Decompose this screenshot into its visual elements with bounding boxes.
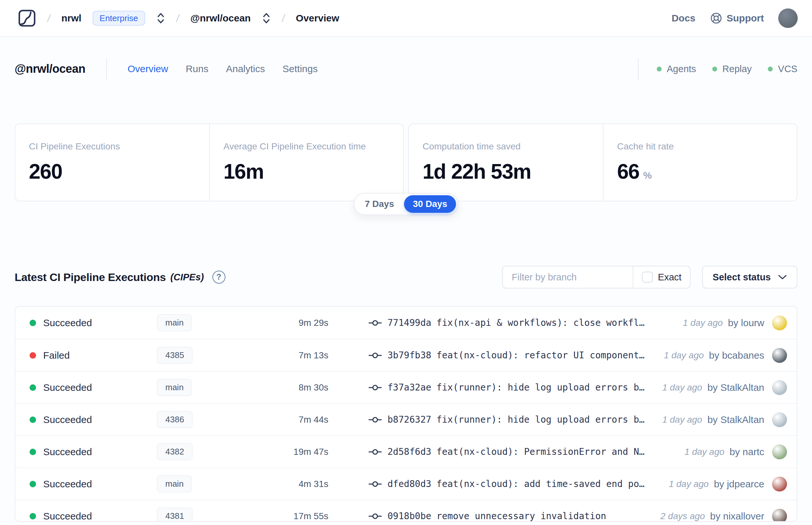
time-ago-label: 1 day ago: [683, 318, 723, 328]
help-icon[interactable]: ?: [212, 271, 226, 284]
status-label: Succeeded: [43, 317, 92, 328]
time-ago-label: 2 days ago: [660, 511, 705, 522]
stat-value: 16m: [224, 160, 264, 183]
green-dot-icon: [768, 66, 773, 72]
commit-subject: fix(runner): hide log upload errors b…: [436, 414, 645, 425]
commit-message[interactable]: b8726327fix(runner): hide log upload err…: [387, 414, 644, 425]
author-label: by jdpearce: [714, 479, 764, 490]
commit-message[interactable]: 2d58f6d3feat(nx-cloud): PermissionError …: [387, 446, 644, 457]
branch-chip[interactable]: 4386: [157, 411, 193, 428]
author-avatar[interactable]: [772, 509, 787, 522]
status-dot: [30, 449, 36, 455]
exact-filter: Exact: [633, 266, 690, 288]
enterprise-badge: Enterprise: [93, 11, 145, 26]
status-replay[interactable]: Replay: [712, 64, 752, 74]
status-agents[interactable]: Agents: [657, 64, 696, 74]
cipe-row[interactable]: Succeeded 4386 7m 44s b8726327fix(runner…: [15, 403, 797, 435]
commit-message[interactable]: f37a32aefix(runner): hide log upload err…: [387, 382, 644, 393]
cipe-row[interactable]: Succeeded main 4m 31s dfed80d3feat(nx-cl…: [15, 467, 797, 500]
stat-label: Computation time saved: [423, 141, 603, 152]
git-commit-icon: [369, 384, 382, 392]
branch-chip[interactable]: 4381: [157, 508, 193, 522]
duration-label: 4m 31s: [241, 479, 328, 489]
branch-filter-group: Exact: [502, 266, 691, 288]
branch-chip[interactable]: 4382: [157, 443, 193, 460]
status-dot: [30, 352, 36, 359]
time-ago-label: 1 day ago: [684, 447, 724, 457]
git-commit-icon: [369, 416, 382, 424]
nx-cloud-logo-icon[interactable]: [17, 9, 36, 28]
cipe-table: Succeeded main 9m 29s 771499dafix(nx-api…: [15, 306, 797, 522]
tab-analytics[interactable]: Analytics: [226, 63, 265, 74]
docs-link[interactable]: Docs: [672, 13, 695, 24]
commit-message[interactable]: dfed80d3feat(nx-cloud): add time-saved e…: [387, 479, 644, 489]
tab-settings[interactable]: Settings: [282, 63, 318, 74]
org-switcher-chevron-icon[interactable]: [156, 11, 165, 25]
commit-message[interactable]: 0918b0beremove unnecessary invalidation: [387, 511, 606, 522]
author-avatar[interactable]: [772, 445, 787, 460]
author-avatar[interactable]: [772, 412, 787, 427]
git-commit-icon: [369, 480, 382, 488]
commit-message[interactable]: 771499dafix(nx-api & workflows): close w…: [387, 317, 644, 328]
duration-label: 8m 30s: [241, 382, 328, 393]
author-label: by StalkAltan: [707, 382, 764, 393]
git-commit-icon: [369, 512, 382, 521]
support-link[interactable]: Support: [710, 12, 764, 25]
author-avatar[interactable]: [772, 348, 787, 363]
author-avatar[interactable]: [772, 315, 787, 330]
status-dot: [30, 320, 36, 326]
branch-chip[interactable]: 4385: [157, 347, 193, 364]
user-avatar[interactable]: [778, 9, 798, 28]
status-label: Succeeded: [43, 511, 92, 522]
range-option-7-days[interactable]: 7 Days: [356, 195, 403, 213]
tab-overview[interactable]: Overview: [128, 63, 168, 74]
branch-filter-input[interactable]: [503, 266, 633, 288]
range-option-30-days[interactable]: 30 Days: [404, 195, 456, 213]
cipes-title-suffix: (CIPEs): [170, 272, 204, 283]
cipe-row[interactable]: Succeeded main 8m 30s f37a32aefix(runner…: [15, 371, 797, 403]
breadcrumb-workspace[interactable]: @nrwl/ocean: [190, 13, 251, 24]
exact-checkbox[interactable]: [642, 272, 653, 283]
cipe-row[interactable]: Succeeded 4382 19m 47s 2d58f6d3feat(nx-c…: [15, 435, 797, 467]
author-avatar[interactable]: [772, 477, 787, 492]
time-ago-label: 1 day ago: [662, 415, 702, 425]
breadcrumb-org[interactable]: nrwl: [61, 13, 81, 24]
git-commit-icon: [369, 319, 382, 327]
git-commit-icon: [369, 448, 382, 456]
commit-message[interactable]: 3b79fb38feat(nx-cloud): refactor UI comp…: [387, 350, 644, 361]
commit-hash: b8726327: [387, 414, 431, 425]
commit-hash: dfed80d3: [387, 479, 431, 489]
top-navbar: / nrwl Enterprise / @nrwl/ocean / Overvi…: [0, 0, 812, 37]
status-dot: [30, 417, 36, 423]
time-ago-label: 1 day ago: [664, 350, 704, 361]
tab-runs[interactable]: Runs: [186, 63, 209, 74]
commit-hash: 2d58f6d3: [387, 446, 431, 457]
stats-section: CI Pipeline Executions 260 Average CI Pi…: [15, 123, 797, 201]
commit-subject: feat(nx-cloud): add time-saved end po…: [436, 479, 645, 489]
commit-hash: 0918b0be: [387, 511, 431, 522]
git-commit-icon: [369, 351, 382, 360]
branch-chip[interactable]: main: [157, 379, 192, 396]
status-select-dropdown[interactable]: Select status: [702, 266, 797, 288]
status-vcs[interactable]: VCS: [768, 64, 797, 74]
stat-cache-hit-rate: Cache hit rate 66 %: [603, 124, 797, 201]
duration-label: 7m 13s: [241, 350, 328, 361]
cipe-row[interactable]: Failed 4385 7m 13s 3b79fb38feat(nx-cloud…: [15, 339, 797, 371]
branch-chip[interactable]: main: [157, 314, 192, 331]
author-label: by nixallover: [710, 511, 764, 522]
cipes-section-header: Latest CI Pipeline Executions (CIPEs) ? …: [15, 266, 797, 288]
author-label: by nartc: [730, 446, 764, 457]
divider: [106, 58, 107, 79]
stat-value: 1d 22h 53m: [423, 160, 531, 183]
commit-subject: feat(nx-cloud): PermissionError and N…: [436, 446, 645, 457]
stat-value: 66: [617, 160, 639, 183]
life-buoy-icon: [710, 12, 723, 25]
stat-value-suffix: %: [643, 170, 652, 181]
branch-chip[interactable]: main: [157, 475, 192, 493]
workspace-switcher-chevron-icon[interactable]: [262, 11, 271, 25]
cipe-row[interactable]: Succeeded 4381 17m 55s 0918b0beremove un…: [15, 500, 797, 522]
author-avatar[interactable]: [772, 380, 787, 395]
green-dot-icon: [712, 66, 717, 72]
status-label: Succeeded: [43, 414, 92, 425]
cipe-row[interactable]: Succeeded main 9m 29s 771499dafix(nx-api…: [15, 307, 797, 339]
